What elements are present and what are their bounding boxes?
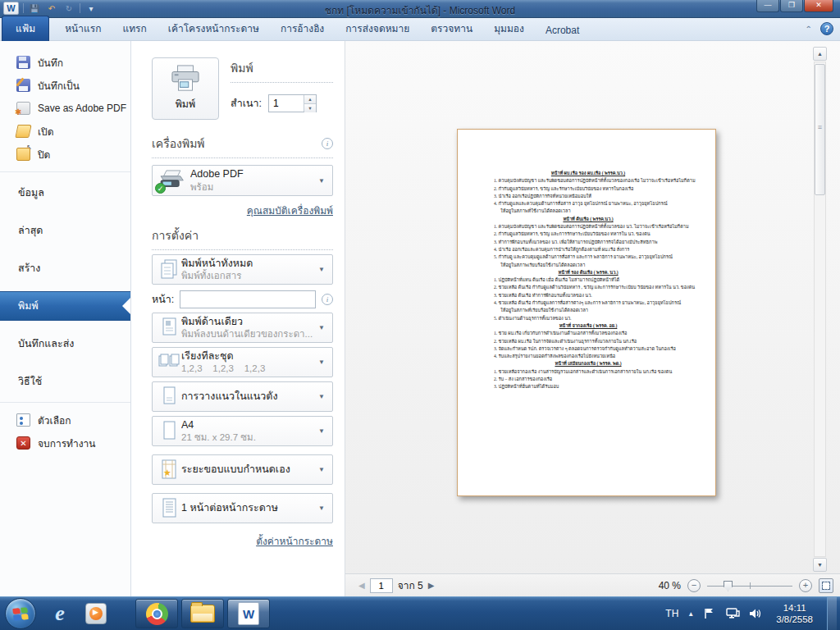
chevron-down-icon: ▼: [318, 427, 326, 435]
svg-text:★: ★: [163, 468, 171, 477]
taskbar-chrome-button[interactable]: [135, 599, 178, 628]
document-line: 2. รับ – ส่ง เอกสารของกองเรือ: [494, 376, 682, 383]
duplex-select[interactable]: พิมพ์ด้านเดียว พิมพ์ลงบนด้านเดียวของกระด…: [152, 313, 333, 343]
print-range-select[interactable]: พิมพ์หน้าทั้งหมด พิมพ์ทั้งเอกสาร ▼: [152, 254, 333, 285]
tab-view[interactable]: มุมมอง: [483, 16, 535, 41]
pages-info-icon[interactable]: i: [322, 294, 333, 305]
help-icon[interactable]: ?: [820, 22, 833, 35]
pages-per-sheet-select[interactable]: 1 หน้าต่อหน้ากระดาษ ▼: [152, 493, 333, 523]
sidebar-item-save-as-adobe-pdf[interactable]: Save as Adobe PDF: [0, 97, 130, 120]
minimize-ribbon-icon[interactable]: ⌃: [806, 25, 812, 34]
chevron-down-icon: ▼: [318, 177, 326, 185]
print-button[interactable]: พิมพ์: [152, 57, 219, 120]
sidebar-item-recent[interactable]: ล่าสุด: [0, 216, 130, 245]
previous-page-icon[interactable]: ◀: [358, 581, 365, 590]
sidebar-item-options[interactable]: ตัวเลือก: [0, 409, 130, 431]
sidebar-item-exit[interactable]: ✕ จบการทำงาน: [0, 431, 130, 454]
document-line: 4. ช่วยเหลือ ต้นเรือ กำกับดูแลการสื่อสาร…: [494, 299, 682, 307]
copies-stepper[interactable]: ▲ ▼: [268, 94, 317, 112]
zoom-out-icon[interactable]: −: [687, 579, 701, 592]
clock[interactable]: 14:11 3/8/2558: [776, 602, 813, 625]
close-button[interactable]: ✕: [804, 0, 833, 12]
action-center-flag-icon[interactable]: [703, 608, 716, 619]
volume-icon[interactable]: [749, 608, 762, 619]
scrollbar-track[interactable]: [814, 62, 826, 557]
title-bar: W 💾 ↶ ↻ ▾ ชกท [โหมดความเข้ากันได้] - Mic…: [0, 0, 840, 18]
sidebar-item-save-and-send[interactable]: บันทึกและส่ง: [0, 329, 130, 358]
preview-scrollbar[interactable]: ▲ ▼: [813, 47, 827, 572]
document-line: 3. จัดและกำหนด รปภ. ตรวจเวรต่าง ๆ ตลอดจน…: [494, 345, 682, 353]
sidebar-item-print[interactable]: พิมพ์: [0, 291, 130, 321]
system-tray: TH ▲ 14:11 3/8/2558: [665, 597, 840, 630]
document-line: 5. กำกับดู และควบคุมดูแลด้านการสื่อสาร แ…: [494, 253, 682, 261]
show-hidden-icons-icon[interactable]: ▲: [687, 610, 694, 618]
selected-item-arrow: [122, 298, 130, 314]
next-page-icon[interactable]: ▶: [428, 581, 435, 590]
current-page-input[interactable]: [370, 578, 393, 593]
settings-section-header: การตั้งค่า: [152, 226, 199, 244]
taskbar-internet-explorer-icon[interactable]: e: [42, 598, 78, 629]
scroll-down-icon[interactable]: ▼: [813, 558, 827, 572]
printer-info-icon[interactable]: i: [322, 138, 333, 149]
taskbar-media-player-icon[interactable]: [78, 598, 114, 629]
paper-size-select[interactable]: A4 21 ซม. x 29.7 ซม. ▼: [152, 416, 333, 446]
document-line: 3. ช่วยเหลือ ต้นเรือ ทำการฝึกอบรมทั้งมวล…: [494, 292, 682, 299]
fit-to-page-icon[interactable]: [819, 578, 833, 593]
margins-select[interactable]: ★ ระยะขอบแบบกำหนดเอง ▼: [152, 454, 333, 485]
sidebar-item-info[interactable]: ข้อมูล: [0, 178, 130, 208]
page-count-label: จาก 5: [398, 578, 423, 593]
tab-acrobat[interactable]: Acrobat: [535, 21, 590, 41]
taskbar-explorer-button[interactable]: [181, 599, 224, 628]
sidebar-item-help[interactable]: วิธีใช้: [0, 367, 130, 396]
copies-down-icon[interactable]: ▼: [304, 103, 316, 112]
sidebar-item-save-as[interactable]: บันทึกเป็น: [0, 74, 130, 97]
printer-properties-link[interactable]: คุณสมบัติเครื่องพิมพ์: [247, 205, 333, 217]
copies-input[interactable]: [269, 95, 304, 112]
document-line: หน้าที่ จ่ากองเรือ ( พรรค. อย.): [494, 322, 682, 330]
tab-home[interactable]: หน้าแรก: [54, 16, 112, 41]
zoom-slider-thumb[interactable]: [724, 581, 733, 591]
folder-icon: [190, 605, 215, 623]
restore-button[interactable]: ❐: [780, 0, 803, 12]
minimize-button[interactable]: —: [756, 0, 779, 12]
printer-select[interactable]: ✓ Adobe PDF พร้อม ▼: [152, 165, 333, 196]
tab-insert[interactable]: แทรก: [112, 16, 157, 41]
windows-logo-icon: [12, 607, 28, 621]
language-indicator[interactable]: TH: [665, 608, 678, 619]
exit-icon: ✕: [16, 436, 30, 450]
scrollbar-thumb[interactable]: [815, 64, 825, 195]
tab-review[interactable]: ตรวจทาน: [420, 16, 483, 41]
document-line: 5. ดำเนินงานด้านธุรการทั้งมวลของ นว.: [494, 315, 682, 322]
sidebar-item-close[interactable]: ปิด: [0, 143, 130, 166]
pages-input[interactable]: [180, 290, 316, 308]
document-line: หน้าที่ ผบ.เรือ รอง ผบ.เรือ ( พรรค.นว.): [494, 170, 682, 177]
taskbar-word-button[interactable]: [227, 599, 270, 628]
sidebar-item-new[interactable]: สร้าง: [0, 253, 130, 283]
sidebar-item-open[interactable]: เปิด: [0, 120, 130, 143]
print-button-label: พิมพ์: [176, 96, 196, 112]
show-desktop-button[interactable]: [827, 597, 837, 630]
sidebar-item-save[interactable]: บันทึก: [0, 51, 130, 74]
save-icon: [16, 56, 30, 69]
start-button[interactable]: [5, 598, 36, 629]
collation-select[interactable]: เรียงทีละชุด 1,2,3 1,2,3 1,2,3 ▼: [152, 347, 333, 377]
tab-file[interactable]: แฟ้ม: [2, 16, 49, 41]
orientation-select[interactable]: การวางแนวในแนวตั้ง ▼: [152, 381, 333, 412]
print-preview-area: หน้าที่ ผบ.เรือ รอง ผบ.เรือ ( พรรค.นว.)1…: [345, 41, 840, 596]
document-line: 1. ปฏิบัติหน้าที่แทน ต้นเรือ เมื่อ ต้นเร…: [494, 276, 682, 284]
scroll-up-icon[interactable]: ▲: [813, 47, 827, 61]
page-setup-link[interactable]: ตั้งค่าหน้ากระดาษ: [256, 536, 333, 547]
save-as-icon: [16, 79, 30, 92]
screen: W 💾 ↶ ↻ ▾ ชกท [โหมดความเข้ากันได้] - Mic…: [0, 0, 840, 630]
tab-mailings[interactable]: การส่งจดหมาย: [335, 16, 420, 41]
zoom-in-icon[interactable]: +: [799, 579, 812, 592]
tab-references[interactable]: การอ้างอิง: [270, 16, 335, 41]
taskbar: e TH ▲ 14:11 3/8/2558: [0, 596, 840, 630]
network-icon[interactable]: [725, 608, 740, 619]
document-line: 2. ช่วยเหลือ ผบ.เรือ ในการจัดและดำเนินงา…: [494, 338, 682, 345]
zoom-slider[interactable]: [707, 579, 792, 592]
copies-up-icon[interactable]: ▲: [304, 95, 316, 103]
clock-date: 3/8/2558: [776, 614, 813, 625]
tab-page-layout[interactable]: เค้าโครงหน้ากระดาษ: [158, 16, 270, 41]
print-all-pages-icon: [157, 258, 181, 281]
